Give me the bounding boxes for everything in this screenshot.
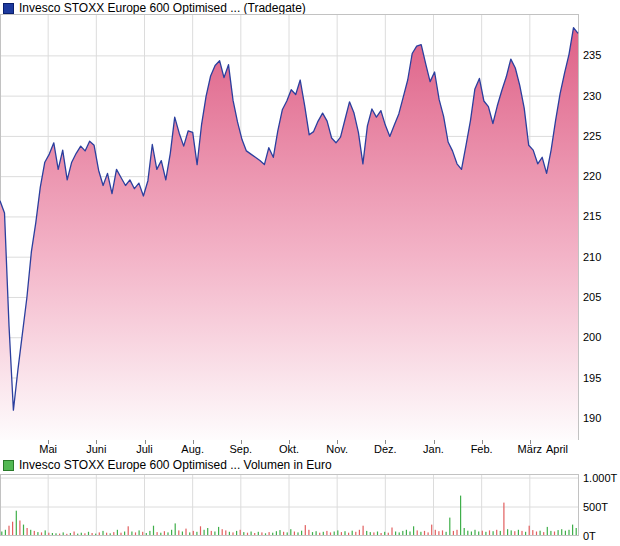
- month-tick: [337, 440, 338, 444]
- volume-bar: [305, 525, 306, 535]
- volume-bar: [251, 532, 252, 536]
- month-tick: [96, 440, 97, 444]
- volume-bar: [294, 532, 295, 536]
- volume-bar: [334, 532, 335, 536]
- price-y-tick-label: 235: [583, 49, 601, 62]
- volume-bar: [297, 532, 298, 535]
- volume-bar: [287, 532, 288, 535]
- volume-bar: [74, 532, 75, 536]
- month-tick: [145, 440, 146, 444]
- volume-bar: [449, 518, 450, 535]
- volume-bar: [467, 531, 468, 535]
- volume-bar: [290, 529, 291, 535]
- volume-bar: [34, 531, 35, 535]
- volume-bar: [225, 530, 226, 535]
- price-y-tick-label: 195: [583, 372, 601, 385]
- volume-bar: [84, 533, 85, 535]
- volume-bar: [23, 525, 24, 535]
- volume-bar: [337, 530, 338, 535]
- volume-bar: [70, 533, 71, 535]
- month-label: April: [546, 443, 568, 456]
- volume-bar: [550, 531, 551, 535]
- month-tick: [482, 440, 483, 444]
- volume-bar: [218, 527, 219, 535]
- volume-bar: [359, 530, 360, 535]
- volume-bar: [511, 530, 512, 535]
- volume-bar: [326, 531, 327, 535]
- volume-bar: [66, 534, 67, 535]
- volume-bar: [52, 533, 53, 535]
- volume-bar: [99, 532, 100, 535]
- volume-bar: [189, 532, 190, 535]
- volume-bar: [1, 532, 2, 536]
- volume-bar: [37, 532, 38, 535]
- volume-bar: [45, 530, 46, 535]
- price-y-tick-label: 190: [583, 412, 601, 425]
- volume-bar: [185, 529, 186, 535]
- volume-bar: [171, 530, 172, 535]
- volume-bar: [149, 531, 150, 535]
- month-label: Juni: [86, 443, 106, 456]
- volume-bar: [576, 528, 577, 535]
- volume-bar: [536, 532, 537, 536]
- volume-bar: [308, 530, 309, 535]
- volume-chart-plot[interactable]: [0, 474, 579, 536]
- volume-bar: [124, 532, 125, 536]
- month-tick: [241, 440, 242, 444]
- volume-bar: [399, 532, 400, 535]
- volume-bar: [236, 531, 237, 535]
- volume-bar: [131, 532, 132, 536]
- volume-bar: [92, 533, 93, 535]
- volume-bar: [247, 533, 248, 535]
- volume-bar: [373, 532, 374, 535]
- volume-bar: [243, 532, 244, 535]
- volume-bar: [471, 532, 472, 536]
- volume-bar: [63, 532, 64, 535]
- volume-bar: [561, 529, 562, 535]
- volume-bar: [95, 534, 96, 535]
- volume-bar: [420, 532, 421, 535]
- volume-bar: [211, 531, 212, 535]
- volume-bar: [406, 530, 407, 535]
- volume-bar: [446, 532, 447, 535]
- month-tick: [289, 440, 290, 444]
- volume-bar: [453, 531, 454, 535]
- volume-bar: [525, 532, 526, 535]
- volume-bar: [493, 531, 494, 535]
- volume-bar: [258, 532, 259, 535]
- volume-bar: [395, 532, 396, 536]
- volume-bar: [464, 528, 465, 535]
- volume-bar: [518, 530, 519, 535]
- volume-bar: [344, 531, 345, 535]
- volume-bar: [442, 530, 443, 535]
- volume-bar: [500, 531, 501, 535]
- volume-bar: [232, 532, 233, 535]
- volume-bar: [178, 530, 179, 535]
- price-chart-plot[interactable]: [0, 14, 579, 440]
- volume-bar: [157, 532, 158, 535]
- month-label: Juli: [136, 443, 153, 456]
- volume-bar: [388, 533, 389, 535]
- volume-bar: [529, 526, 530, 535]
- volume-bar: [113, 532, 114, 535]
- volume-bar: [507, 529, 508, 535]
- volume-y-tick-label: 500T: [583, 501, 608, 514]
- volume-legend-label: Invesco STOXX Europe 600 Optimised ... V…: [19, 459, 332, 471]
- volume-bar: [348, 533, 349, 535]
- volume-bar: [316, 531, 317, 535]
- price-legend-label: Invesco STOXX Europe 600 Optimised ... (…: [19, 2, 306, 14]
- volume-bar: [521, 531, 522, 535]
- price-y-tick-label: 215: [583, 210, 601, 223]
- month-label: Aug.: [181, 443, 204, 456]
- month-label: Dez.: [374, 443, 397, 456]
- volume-bar: [182, 532, 183, 536]
- volume-bar: [175, 523, 176, 535]
- price-series-marker-icon: [3, 3, 14, 14]
- volume-bar: [485, 532, 486, 535]
- volume-bar: [77, 534, 78, 535]
- month-label: März: [518, 443, 542, 456]
- volume-bar: [207, 528, 208, 535]
- volume-bar: [276, 531, 277, 535]
- volume-bar: [117, 530, 118, 535]
- volume-bar: [139, 530, 140, 535]
